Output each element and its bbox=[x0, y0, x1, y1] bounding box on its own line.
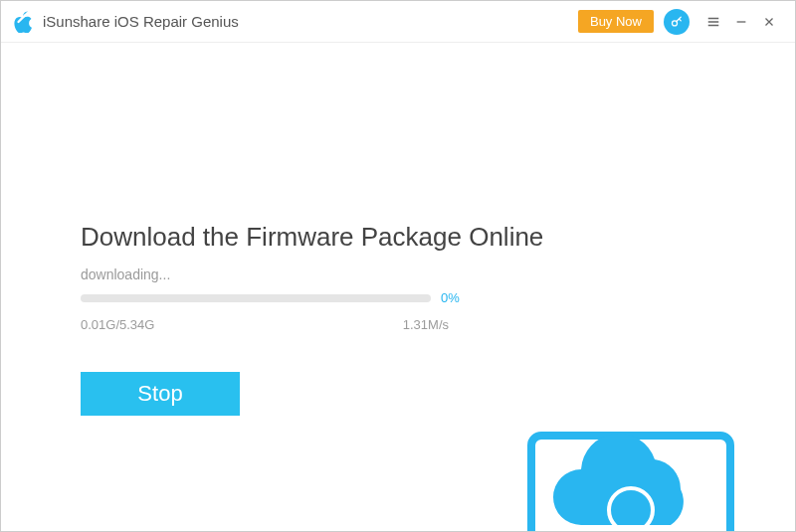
downloaded-size: 0.01G/5.34G bbox=[81, 317, 154, 332]
download-status: downloading... bbox=[81, 266, 715, 282]
app-title: iSunshare iOS Repair Genius bbox=[43, 13, 239, 30]
progress-percent: 0% bbox=[441, 290, 469, 305]
stop-button[interactable]: Stop bbox=[81, 372, 240, 416]
close-button[interactable] bbox=[755, 8, 783, 36]
download-speed: 1.31M/s bbox=[403, 317, 449, 332]
page-heading: Download the Firmware Package Online bbox=[81, 222, 715, 253]
register-key-button[interactable] bbox=[664, 9, 690, 35]
app-logo-icon bbox=[13, 11, 35, 33]
progress-row: 0% bbox=[81, 290, 469, 305]
minimize-button[interactable] bbox=[727, 8, 755, 36]
progress-bar bbox=[81, 294, 431, 302]
menu-button[interactable] bbox=[699, 8, 727, 36]
buy-now-button[interactable]: Buy Now bbox=[578, 10, 654, 33]
titlebar: iSunshare iOS Repair Genius Buy Now bbox=[1, 1, 795, 43]
size-row: 0.01G/5.34G 1.31M/s bbox=[81, 317, 449, 332]
cloud-download-illustration-icon bbox=[526, 431, 735, 532]
main-content: Download the Firmware Package Online dow… bbox=[1, 222, 795, 532]
